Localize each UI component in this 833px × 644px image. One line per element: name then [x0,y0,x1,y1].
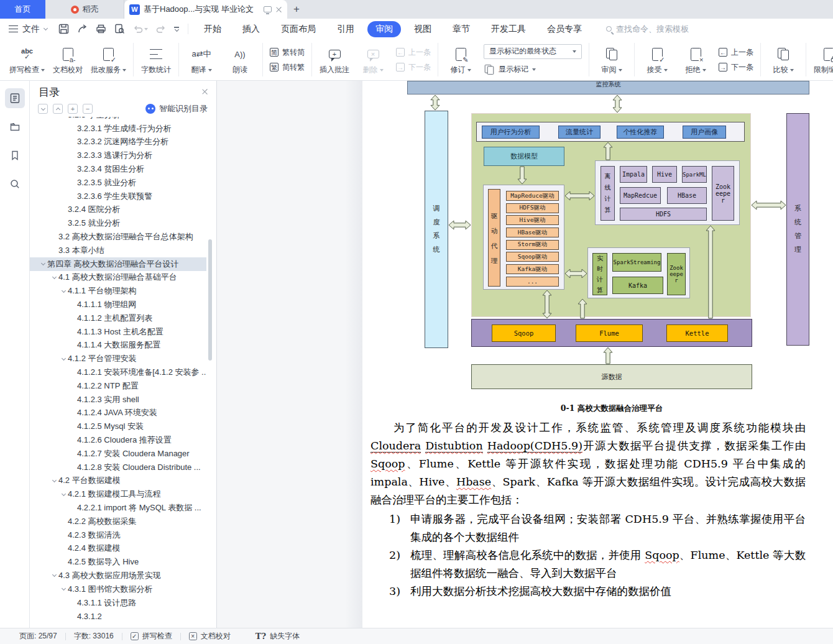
toc-item[interactable]: 4.2.4 数据建模 [30,542,206,556]
bookmark-panel-icon[interactable] [5,145,25,165]
new-tab-button[interactable]: + [290,2,303,16]
toc-item[interactable]: 4.1.1.1 物理组网 [30,298,206,311]
export-pdf-icon[interactable] [77,24,88,34]
toc-item[interactable]: 3.2 高校大数据治理融合平台总体架构 [30,230,206,244]
toc-item[interactable]: 4.1 高校大数据治理融合基础平台 [30,271,206,285]
trad-to-simp-button[interactable]: 简 繁转简 [270,47,305,58]
spell-check-button[interactable]: abc✓ 拼写检查 [9,44,45,75]
tab-docer[interactable]: 稻壳 [45,0,124,19]
toc-item[interactable]: 4.2.5 数据导入 Hive [30,555,206,569]
toc-item[interactable]: 4.3 高校大数据应用场景实现 [30,569,206,582]
toc-item[interactable]: 4.2.2 高校数据采集 [30,515,206,528]
compare-button[interactable]: 比较 [768,44,799,75]
prev-change-button[interactable]: ← 上一条 [719,47,753,58]
toc-item[interactable]: 4.1.1.3 Host 主机名配置 [30,325,206,339]
toc-item[interactable]: 3.2.5 就业分析 [30,216,206,230]
review-pane-button[interactable]: 审阅 [596,44,627,75]
menu-tab-开发工具[interactable]: 开发工具 [483,21,534,37]
save-icon[interactable] [58,24,69,34]
customize-qat-icon[interactable] [174,27,179,30]
toc-item[interactable]: 4.1.1.2 主机配置列表 [30,311,206,325]
toc-close-icon[interactable] [201,88,208,95]
toc-item[interactable]: 4.1.2.2 NTP 配置 [30,379,206,393]
toc-item[interactable]: 4.1.2.1 安装环境准备[4.1.2 安装参 ... [30,366,206,379]
search-panel-icon[interactable] [5,174,25,194]
offline-box: Impala [620,166,647,183]
toc-collapse-button[interactable]: − [83,104,93,114]
show-markup-button[interactable]: 显示标记 [484,63,582,76]
toc-item[interactable]: 4.2.3 数据清洗 [30,528,206,542]
tab-document[interactable]: W 基于Hadoop...与实现 毕业论文 [124,0,287,19]
menu-tab-插入[interactable]: 插入 [234,21,268,37]
toc-scrollbar[interactable] [208,239,212,361]
file-menu-button[interactable]: 文件 [9,24,47,35]
toc-item[interactable]: 4.1.2.6 Cloudera 推荐设置 [30,433,206,447]
menu-tab-开始[interactable]: 开始 [196,21,229,37]
menu-tab-视图[interactable]: 视图 [406,21,440,37]
toc-item[interactable]: 3.2.3 学生分析 [30,117,206,122]
toc-item[interactable]: 4.2 平台数据建模 [30,474,206,488]
accept-button[interactable]: ✓ 接受 [642,44,673,75]
toc-item[interactable]: 3.3 本章小结 [30,244,206,257]
restrict-edit-button[interactable]: 限制编辑 [813,44,833,75]
menu-tab-会员专享[interactable]: 会员专享 [539,21,590,37]
prev-comment-button[interactable]: ← 上一条 [396,47,431,58]
toc-item[interactable]: 4.1.2 平台管理安装 [30,352,206,366]
menu-tab-章节[interactable]: 章节 [444,21,478,37]
toc-item[interactable]: 4.1.2.7 安装 Cloudera Manager [30,447,206,461]
read-aloud-button[interactable]: A)) 朗读 [224,44,255,75]
toc-item[interactable]: 第四章 高校大数据治理融合平台设计 [30,257,206,271]
menu-tab-页面布局[interactable]: 页面布局 [273,21,324,37]
doc-proof-button[interactable]: a- 文档校对 [52,44,83,75]
toc-item[interactable]: 4.2.2.1 import 将 MySQL 表数据 ... [30,501,206,515]
simp-to-trad-button[interactable]: 繁 简转繁 [270,62,305,73]
toc-item[interactable]: 4.3.1.2 [30,609,206,623]
toc-item[interactable]: 3.2.3.2 沉迷网络学生分析 [30,136,206,149]
reject-button[interactable]: × 拒绝 [680,44,711,75]
toc-item[interactable]: 3.2.3.4 贫困生分析 [30,162,206,176]
menu-tab-引用[interactable]: 引用 [329,21,362,37]
toc-item[interactable]: 4.3.1 图书馆大数据分析 [30,582,206,596]
toc-expand-all-button[interactable] [38,104,48,114]
toc-item[interactable]: 3.2.3.1 学生成绩-行为分析 [30,122,206,136]
command-search[interactable]: 查找命令、搜索模板 [606,24,689,35]
delete-comment-button[interactable]: × 删除 [357,44,389,75]
smart-toc-button[interactable]: 智能识别目录 [145,103,208,114]
grading-service-button[interactable]: ✓ 批改服务 [91,44,126,75]
translate-button[interactable]: a⇄中 翻译 [186,44,217,75]
toc-item[interactable]: 3.2.3.5 就业分析 [30,176,206,190]
menu-tab-审阅[interactable]: 审阅 [367,21,401,37]
toc-expand-button[interactable]: + [68,104,78,114]
toc-item[interactable]: 4.1.1.4 大数据服务配置 [30,339,206,352]
next-change-button[interactable]: → 下一条 [719,62,753,73]
markup-state-dropdown[interactable]: 显示标记的最终状态 [484,44,582,59]
toc-item[interactable]: 3.2.4 医院分析 [30,203,206,217]
document-page[interactable]: 监控系统 调度系统 系统管理 用户行为分析 流量统计 个性化推荐 用户画像 数据… [362,81,833,628]
close-tab-icon[interactable] [275,6,282,13]
folder-panel-icon[interactable] [5,117,25,137]
toc-item[interactable]: 3.2.3.6 学生失联预警 [30,190,206,203]
tab-home[interactable]: 首页 [0,0,45,19]
outline-panel-icon[interactable] [5,88,25,108]
status-doc-proof[interactable]: × 文档校对 [181,631,239,642]
toc-item[interactable]: 3.2.3.3 逃课行为分析 [30,149,206,162]
word-count-button[interactable]: 字数统计 [140,44,172,75]
toc-item[interactable]: 4.1.2.5 Mysql 安装 [30,420,206,433]
undo-icon[interactable] [133,25,148,34]
track-changes-button[interactable]: ✎ 修订 [445,44,476,75]
toc-item[interactable]: 4.1.2.8 安装 Cloudera Distribute ... [30,461,206,474]
present-mode-icon[interactable] [264,6,272,12]
toc-item[interactable]: 4.1.2.3 实用 shell [30,393,206,407]
next-comment-button[interactable]: → 下一条 [396,62,431,73]
toc-item[interactable]: 4.2.1 数据建模工具与流程 [30,487,206,501]
insert-comment-button[interactable]: + 插入批注 [319,44,350,75]
toc-collapse-all-button[interactable] [53,104,63,114]
print-preview-icon[interactable] [114,24,125,34]
toc-item[interactable]: 4.1.1 平台物理架构 [30,284,206,298]
status-spell-check[interactable]: ✓ 拼写检查 [122,631,180,642]
toc-item[interactable]: 4.1.2.4 JAVA 环境安装 [30,407,206,420]
print-icon[interactable] [96,24,106,34]
status-missing-font[interactable]: T? 缺失字体 [247,631,308,642]
redo-icon[interactable] [156,25,166,34]
toc-item[interactable]: 4.3.1.1 设计思路 [30,596,206,610]
